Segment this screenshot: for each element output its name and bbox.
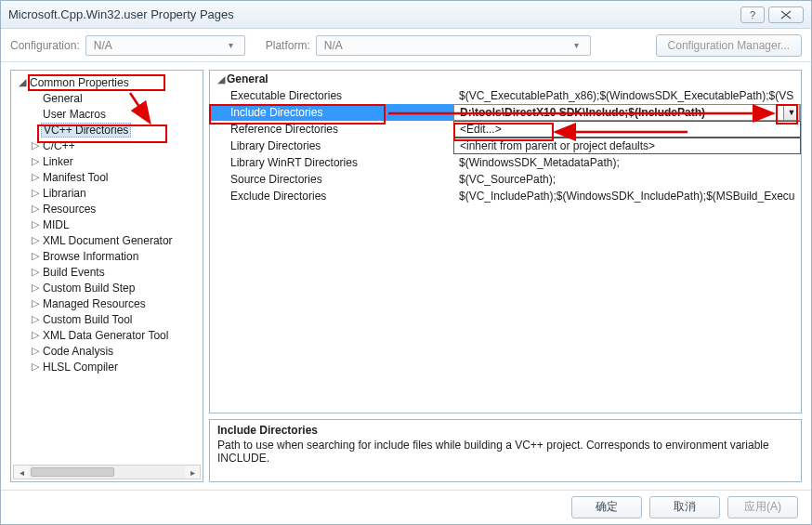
main-area: ◢ Common Properties GeneralUser MacrosVC… — [1, 62, 811, 490]
tree-item-label: User Macros — [41, 108, 106, 121]
property-name: Reference Directories — [210, 121, 453, 138]
tree-item-label: Resources — [41, 203, 96, 216]
tree-item[interactable]: ▷Librarian — [13, 185, 201, 201]
expand-icon[interactable]: ▷ — [30, 203, 41, 215]
window-title: Microsoft.Cpp.Win32.user Property Pages — [8, 7, 737, 21]
tree-horizontal-scrollbar[interactable]: ◂ ▸ — [13, 465, 201, 479]
configuration-dropdown[interactable]: N/A ▾ — [85, 35, 245, 56]
tree-item[interactable]: ▷XML Document Generator — [13, 232, 201, 248]
configuration-value: N/A — [94, 39, 112, 52]
ok-button[interactable]: 确定 — [571, 496, 642, 518]
property-pane: ◢ General Executable Directories$(VC_Exe… — [209, 70, 802, 482]
expand-icon[interactable]: ▷ — [30, 139, 41, 151]
property-value[interactable]: $(VC_SourcePath); — [453, 171, 801, 188]
expand-icon[interactable]: ▷ — [30, 218, 41, 230]
expand-icon[interactable]: ▷ — [30, 234, 41, 246]
tree-item[interactable]: VC++ Directories — [13, 122, 201, 138]
property-value[interactable]: $(WindowsSDK_MetadataPath); — [453, 154, 801, 171]
property-value[interactable]: <Edit...> — [453, 121, 801, 138]
property-value[interactable]: D:\tools\DirectX10 SDK\Include;$(Include… — [453, 104, 801, 121]
tree-item[interactable]: ▷Build Events — [13, 264, 201, 280]
chevron-down-icon: ▾ — [224, 40, 239, 50]
tree-item-label: Custom Build Tool — [41, 313, 133, 326]
expand-icon[interactable]: ▷ — [30, 297, 41, 309]
tree-item[interactable]: ▷Browse Information — [13, 248, 201, 264]
tree-item-label: HLSL Compiler — [41, 361, 118, 374]
property-name: Library Directories — [210, 138, 453, 154]
tree-item-label: Librarian — [41, 187, 86, 200]
tree-item[interactable]: ▷Managed Resources — [13, 295, 201, 311]
scroll-thumb[interactable] — [31, 467, 114, 477]
tree-item[interactable]: ▷C/C++ — [13, 138, 201, 153]
property-row[interactable]: Exclude Directories$(VC_IncludePath);$(W… — [210, 188, 801, 204]
help-button[interactable]: ? — [740, 7, 765, 23]
configuration-label: Configuration: — [10, 39, 80, 52]
platform-label: Platform: — [266, 39, 310, 52]
chevron-down-icon: ▼ — [788, 108, 796, 117]
tree-item[interactable]: ▷Resources — [13, 201, 201, 217]
tree-item[interactable]: ▷MIDL — [13, 217, 201, 232]
close-button[interactable] — [768, 7, 804, 23]
tree-item[interactable]: ▷HLSL Compiler — [13, 359, 201, 374]
property-value[interactable]: $(VC_IncludePath);$(WindowsSDK_IncludePa… — [453, 188, 801, 204]
tree-item[interactable]: ▷XML Data Generator Tool — [13, 327, 201, 343]
scroll-right-icon[interactable]: ▸ — [185, 466, 200, 479]
expand-icon[interactable]: ▷ — [30, 361, 41, 373]
tree-item-label: Linker — [41, 155, 73, 168]
footer: 确定 取消 应用(A) — [1, 490, 811, 523]
property-row[interactable]: Library Directories<inherit from parent … — [210, 138, 801, 154]
close-icon — [780, 10, 792, 20]
expand-icon[interactable]: ▷ — [30, 171, 41, 183]
property-value[interactable]: $(VC_ExecutablePath_x86);$(WindowsSDK_Ex… — [453, 87, 801, 104]
property-row[interactable]: Source Directories$(VC_SourcePath); — [210, 171, 801, 188]
tree-root[interactable]: ◢ Common Properties — [13, 74, 201, 90]
nav-tree[interactable]: ◢ Common Properties GeneralUser MacrosVC… — [11, 71, 203, 378]
property-name: Library WinRT Directories — [210, 154, 453, 171]
tree-item[interactable]: ▷Custom Build Tool — [13, 311, 201, 327]
tree-item-label: XML Document Generator — [41, 234, 173, 247]
property-grid: ◢ General Executable Directories$(VC_Exe… — [209, 70, 802, 413]
property-value[interactable]: <inherit from parent or project defaults… — [453, 138, 801, 154]
expand-icon[interactable]: ▷ — [30, 266, 41, 278]
tree-item[interactable]: User Macros — [13, 106, 201, 122]
tree-item[interactable]: ▷Manifest Tool — [13, 169, 201, 185]
property-row[interactable]: Library WinRT Directories$(WindowsSDK_Me… — [210, 154, 801, 171]
scroll-track[interactable] — [29, 466, 185, 479]
tree-item-label: Build Events — [41, 266, 105, 279]
tree-item-label: C/C++ — [41, 139, 75, 152]
tree-item-label: Code Analysis — [41, 345, 113, 358]
tree-item[interactable]: ▷Code Analysis — [13, 343, 201, 359]
collapse-icon[interactable]: ◢ — [17, 76, 28, 88]
property-name: Include Directories — [210, 104, 453, 121]
expand-icon[interactable]: ▷ — [30, 345, 41, 357]
expand-icon[interactable]: ▷ — [30, 329, 41, 341]
tree-item[interactable]: General — [13, 90, 201, 106]
tree-item-label: General — [41, 92, 83, 105]
configuration-manager-button[interactable]: Configuration Manager... — [656, 34, 802, 57]
property-row[interactable]: Reference Directories<Edit...> — [210, 121, 801, 138]
property-group-header[interactable]: ◢ General — [210, 71, 801, 87]
scroll-left-icon[interactable]: ◂ — [14, 466, 29, 479]
chevron-down-icon: ▾ — [570, 40, 584, 50]
cancel-button[interactable]: 取消 — [649, 496, 720, 518]
expand-icon[interactable]: ▷ — [30, 187, 41, 199]
expand-icon[interactable]: ▷ — [30, 282, 41, 294]
tree-item-label: Browse Information — [41, 250, 138, 263]
apply-button[interactable]: 应用(A) — [727, 496, 798, 518]
platform-dropdown[interactable]: N/A ▾ — [316, 35, 591, 56]
property-row[interactable]: Include DirectoriesD:\tools\DirectX10 SD… — [210, 104, 801, 121]
tree-item-label: Manifest Tool — [41, 171, 108, 184]
tree-item[interactable]: ▷Custom Build Step — [13, 280, 201, 295]
description-title: Include Directories — [217, 424, 793, 437]
property-name: Executable Directories — [210, 87, 453, 104]
description-panel: Include Directories Path to use when sea… — [209, 419, 802, 482]
property-name: Source Directories — [210, 171, 453, 188]
expand-icon[interactable]: ▷ — [30, 155, 41, 167]
expand-icon[interactable]: ▷ — [30, 250, 41, 262]
property-row[interactable]: Executable Directories$(VC_ExecutablePat… — [210, 87, 801, 104]
collapse-icon[interactable]: ◢ — [216, 73, 227, 85]
tree-item-label: Managed Resources — [41, 297, 146, 310]
property-dropdown-button[interactable]: ▼ — [783, 104, 800, 121]
expand-icon[interactable]: ▷ — [30, 313, 41, 325]
tree-item[interactable]: ▷Linker — [13, 153, 201, 169]
